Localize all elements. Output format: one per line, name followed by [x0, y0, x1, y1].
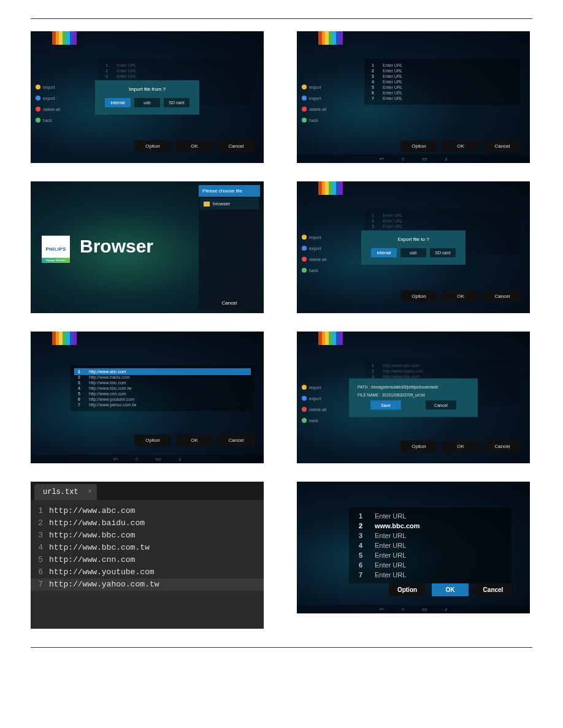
export-dialog: Export file to ? internal usb SD card	[361, 230, 465, 265]
option-button[interactable]: Option	[400, 140, 437, 152]
url-row[interactable]: 6http://www.youtube.com	[77, 396, 248, 402]
sidebar: import export delete all back	[36, 85, 60, 123]
import-dialog: Import file from ? internal usb SD card	[95, 80, 199, 115]
screenshot-export-dialog: import export delete all back 1Enter URL…	[297, 181, 530, 313]
import-sdcard-button[interactable]: SD card	[164, 98, 190, 107]
cancel-button[interactable]: Cancel	[218, 140, 255, 152]
sidebar-back[interactable]: back	[302, 418, 326, 423]
back-icon[interactable]: ⤺	[113, 456, 118, 462]
volume-icon[interactable]: ♪	[445, 156, 448, 162]
ok-button[interactable]: OK	[176, 434, 213, 446]
sidebar-back[interactable]: back	[302, 118, 326, 123]
sidebar-import[interactable]: import	[302, 85, 326, 89]
ok-button[interactable]: OK	[442, 140, 479, 152]
sidebar-import[interactable]: import	[302, 385, 326, 390]
url-row[interactable]: 2http://www.baidu.com	[77, 374, 248, 380]
ok-button[interactable]: OK	[176, 140, 213, 152]
back-icon[interactable]: ⤺	[380, 606, 385, 612]
option-button[interactable]: Option	[400, 290, 437, 302]
url-row[interactable]: 3Enter URL	[370, 74, 515, 79]
url-row[interactable]: 5Enter URL	[356, 550, 504, 560]
android-navbar: ⤺○▭♪	[297, 605, 530, 613]
editor-line-current: 7http://www.yahoo.com.tw	[31, 578, 264, 591]
recent-icon[interactable]: ▭	[422, 606, 427, 612]
url-row[interactable]: 5http://www.cnn.com	[77, 391, 248, 396]
option-button[interactable]: Option	[134, 140, 171, 152]
sidebar-export[interactable]: export	[302, 396, 326, 401]
export-sdcard-button[interactable]: SD card	[430, 248, 456, 257]
editor-line: 4http://www.bbc.com.tw	[31, 542, 264, 554]
cancel-button[interactable]: Cancel	[475, 583, 511, 596]
philips-logo: PHILIPS Signage Solutions	[42, 235, 70, 262]
ok-button[interactable]: OK	[442, 441, 479, 452]
editor-line: 5http://www.cnn.com	[31, 554, 264, 566]
sidebar-back[interactable]: back	[302, 268, 326, 273]
home-icon[interactable]: ○	[402, 156, 405, 162]
option-button[interactable]: Option	[134, 434, 171, 446]
ok-button[interactable]: OK	[432, 583, 469, 596]
sidebar-delete-all[interactable]: delete all	[302, 107, 326, 112]
sidebar-import[interactable]: import	[302, 235, 326, 240]
sidebar-delete-all[interactable]: delete all	[302, 257, 326, 262]
option-button[interactable]: Option	[389, 583, 426, 596]
volume-icon[interactable]: ♪	[178, 456, 182, 462]
url-row[interactable]: 7Enter URL	[370, 96, 515, 101]
url-row-active[interactable]: 2www.bbc.com	[356, 521, 504, 531]
url-row[interactable]: 7http://www.yahoo.com.tw	[77, 402, 248, 408]
color-bars	[318, 332, 343, 345]
option-button[interactable]: Option	[400, 441, 437, 452]
url-row[interactable]: 2Enter URL	[370, 68, 515, 74]
sidebar-delete-all[interactable]: delete all	[36, 107, 60, 112]
editor-line: 3http://www.bbc.com	[31, 529, 264, 542]
ok-button[interactable]: OK	[442, 290, 479, 302]
home-icon[interactable]: ○	[136, 456, 139, 462]
url-row[interactable]: 1Enter URL	[370, 63, 515, 68]
url-row[interactable]: 6Enter URL	[356, 560, 504, 570]
editor-line: 2http://www.baidu.com	[31, 517, 264, 529]
dialog-title: Import file from ?	[105, 86, 190, 92]
color-bars	[52, 31, 77, 45]
url-row[interactable]: 7Enter URL	[356, 570, 504, 580]
sidebar-export[interactable]: export	[302, 96, 326, 100]
volume-icon[interactable]: ♪	[445, 606, 448, 612]
color-bars	[318, 181, 343, 195]
file-picker-header: Please choose file	[199, 185, 260, 197]
back-icon[interactable]: ⤺	[380, 156, 385, 162]
export-path: PATH : /storage/emulated/0/philips/bookm…	[358, 384, 469, 389]
export-result-dialog: PATH : /storage/emulated/0/philips/bookm…	[349, 378, 478, 417]
sidebar-export[interactable]: export	[36, 96, 60, 100]
cancel-button[interactable]: Cancel	[218, 434, 255, 446]
save-button[interactable]: Save	[370, 400, 401, 409]
cancel-button[interactable]: Cancel	[484, 140, 521, 152]
screenshot-url-list-populated: 1http://www.abc.com 2http://www.baidu.co…	[31, 332, 264, 463]
cancel-button[interactable]: Cancel	[484, 441, 521, 452]
export-usb-button[interactable]: usb	[400, 248, 426, 257]
url-row[interactable]: 3Enter URL	[356, 531, 504, 540]
recent-icon[interactable]: ▭	[156, 456, 161, 462]
url-row[interactable]: 3http://www.bbc.com	[77, 380, 248, 385]
url-row[interactable]: 4Enter URL	[356, 540, 504, 550]
export-internal-button[interactable]: internal	[371, 248, 397, 257]
sidebar-back[interactable]: back	[36, 118, 60, 123]
url-row[interactable]: 4Enter URL	[370, 79, 515, 85]
import-internal-button[interactable]: internal	[105, 98, 131, 107]
url-row[interactable]: 1Enter URL	[356, 511, 504, 521]
close-icon[interactable]: ×	[88, 488, 92, 495]
sidebar-export[interactable]: export	[302, 246, 326, 251]
folder-item[interactable]: browser	[200, 198, 259, 210]
cancel-button[interactable]: Cancel	[484, 290, 521, 302]
sidebar: import export delete all back	[302, 85, 326, 123]
home-icon[interactable]: ○	[402, 606, 405, 612]
import-usb-button[interactable]: usb	[134, 98, 160, 107]
url-row[interactable]: 6Enter URL	[370, 90, 515, 96]
sidebar-import[interactable]: import	[36, 85, 60, 89]
editor-tab[interactable]: urls.txt ×	[34, 484, 97, 500]
url-row[interactable]: 5Enter URL	[370, 85, 515, 90]
recent-icon[interactable]: ▭	[422, 156, 427, 162]
sidebar-delete-all[interactable]: delete all	[302, 407, 326, 412]
url-row[interactable]: 4http://www.bbc.com.tw	[77, 385, 248, 391]
screenshot-text-editor: urls.txt × 1http://www.abc.com 2http://w…	[31, 482, 264, 629]
screenshot-url-list-large: 1Enter URL 2www.bbc.com 3Enter URL 4Ente…	[297, 482, 530, 613]
file-picker-cancel[interactable]: Cancel	[199, 300, 260, 306]
cancel-button[interactable]: Cancel	[426, 400, 456, 409]
